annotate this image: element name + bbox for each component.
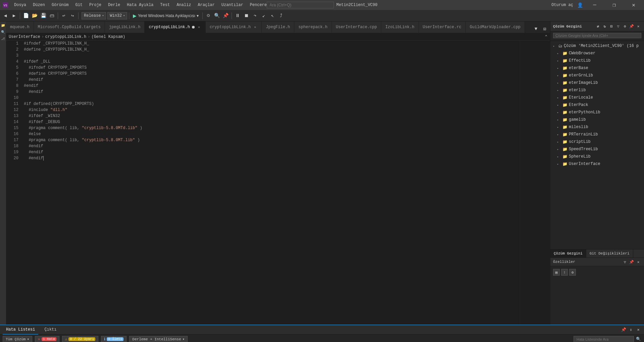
error-search-icon[interactable]: 🔍 [635, 336, 641, 342]
menu-test[interactable]: Test [157, 1, 173, 9]
menu-gorunum[interactable]: Görünüm [48, 1, 72, 9]
forward-button[interactable]: ▶ [10, 12, 18, 20]
maximize-button[interactable]: ❐ [606, 0, 622, 10]
tree-item-spherelib[interactable]: ▸ 📁 SphereLib [550, 153, 644, 160]
tab-cpbuild[interactable]: Microsoft.CppBuild.targets [34, 21, 105, 33]
build-config-dropdown[interactable]: Release ▾ [82, 12, 106, 19]
tab-jpegliblink[interactable]: jpegLibLink.h [105, 21, 145, 33]
prop-categorize[interactable]: ▤ [553, 269, 560, 276]
menu-dosya[interactable]: Dosya [11, 1, 30, 9]
platform-dropdown[interactable]: Win32 ▾ [107, 12, 127, 19]
debug-btn-4[interactable]: ↙ [260, 12, 268, 20]
tree-item-gamelib[interactable]: ▸ 📁 gamelib [550, 116, 644, 123]
tree-item-etertexturelib[interactable]: ▸ 📁 eterImageLib [550, 79, 644, 87]
tree-item-eterpack[interactable]: ▸ 📁 EterPack [550, 101, 644, 109]
tabs-filter-btn[interactable]: ▼ [532, 25, 540, 33]
tree-item-eterbase[interactable]: ▸ 📁 eterBase [550, 64, 644, 72]
se-collapse-btn[interactable]: ⊟ [608, 23, 614, 30]
close-button[interactable]: ✕ [626, 0, 641, 10]
menu-git[interactable]: Git [72, 1, 86, 9]
se-close-btn[interactable]: ✕ [635, 23, 641, 30]
se-tab-explorer[interactable]: Çözüm Gezgini [550, 249, 586, 258]
new-project-button[interactable]: 📄 [22, 12, 30, 20]
breadcrumb-project[interactable]: UserInterface [9, 35, 40, 39]
run-button[interactable]: ▶ Yerel Windows Hata Ayıklayıcısı ▾ [131, 12, 201, 19]
tree-solution-root[interactable]: ▸ 🗂 Çözüm 'Metin2Client_VC90' (16 p [550, 42, 644, 50]
tree-item-userinterface[interactable]: ▸ 📁 UserInterface [550, 160, 644, 168]
tree-item-scriptlib[interactable]: ▸ 📁 scriptLib [550, 138, 644, 146]
tab-cryptoppliblink-active[interactable]: cryptoppLibLink.h ✕ [145, 21, 205, 33]
save-button[interactable]: 💾 [39, 12, 47, 20]
menu-proje[interactable]: Proje [86, 1, 105, 9]
redo-button[interactable]: ↪ [68, 12, 77, 20]
minimize-button[interactable]: — [587, 0, 602, 10]
solution-search-input[interactable] [553, 33, 641, 38]
info-filter-btn[interactable]: ℹ 0 İleti [101, 336, 127, 342]
save-all-button[interactable]: 🗃 [48, 12, 56, 20]
tab-spherepack[interactable]: spherepack.h [294, 21, 332, 33]
title-search-input[interactable] [266, 2, 334, 8]
code-area[interactable]: #ifndef _CRYPTOPPLIBLINK_H_#define _CRYP… [21, 41, 520, 325]
tab-jpegfile[interactable]: JpegFile.h [262, 21, 294, 33]
scope-filter-dropdown[interactable]: Tüm Çözüm ▾ [3, 336, 32, 342]
debug-btn-5[interactable]: ↖ [268, 12, 277, 20]
bottom-move[interactable]: ⇕ [628, 327, 634, 333]
error-filter-btn[interactable]: ✕ 1 Hata [35, 336, 59, 342]
breadcrumb-file[interactable]: cryptoppLibLink.h [45, 35, 86, 39]
tree-item-speedtreelib[interactable]: ▸ 📁 SpeedTreeLib [550, 146, 644, 153]
prop-close[interactable]: ✕ [635, 259, 641, 265]
bottom-pin[interactable]: 📌 [621, 327, 627, 333]
tab-uicpp[interactable]: UserInterface.cpp [332, 21, 381, 33]
tab-izoliblink[interactable]: IzoLibLink.h [381, 21, 418, 33]
se-pin-btn[interactable]: 📌 [629, 23, 635, 30]
tree-item-eterlib[interactable]: ▸ 📁 eterlib [550, 87, 644, 94]
tab-guildmarkuploader[interactable]: GuildMarkUploader.cpp [466, 21, 525, 33]
editor-scrollbar[interactable] [547, 41, 550, 325]
user-label[interactable]: Oturum aç [551, 3, 573, 7]
tree-item-eterlocale[interactable]: ▸ 📁 EterLocale [550, 94, 644, 101]
activity-git[interactable]: ⎇ [0, 36, 6, 42]
tree-item-etergrnlib[interactable]: ▸ 📁 eterGrnLib [550, 72, 644, 79]
warning-filter-btn[interactable]: ⚠ 0 / 22 Uyarı [62, 336, 99, 342]
se-tab-git[interactable]: Git Değişiklikleri [586, 249, 633, 258]
activity-search[interactable]: 🔍 [0, 30, 6, 35]
bottom-tab-errors[interactable]: Hata Listesi [3, 325, 38, 335]
tab-cryptoppliblink2[interactable]: cryptoppLibLink.h ✕ [206, 21, 262, 33]
toolbar-btn-1[interactable]: ⛭ [204, 12, 212, 20]
open-button[interactable]: 📂 [31, 12, 39, 20]
menu-derle[interactable]: Derle [105, 1, 123, 9]
tree-item-mileslib[interactable]: ▸ 📁 mileslib [550, 123, 644, 131]
menu-araclar[interactable]: Araçlar [194, 1, 218, 9]
prop-pin[interactable]: 📌 [629, 259, 635, 265]
toolbar-btn-2[interactable]: 🔍 [213, 12, 221, 20]
back-button[interactable]: ◀ [1, 12, 9, 20]
tree-item-cwebbrowser[interactable]: ▸ 📁 CWebBrowser [550, 50, 644, 57]
error-search-input[interactable] [574, 336, 634, 342]
build-filter-dropdown[interactable]: Derleme + IntelliSense ▾ [129, 336, 188, 342]
se-filter-btn[interactable]: ▽ [615, 23, 621, 30]
tab-uirc[interactable]: UserInterface.rc [419, 21, 466, 33]
bottom-tab-output[interactable]: Çıktı [41, 325, 60, 335]
tabs-layout-btn[interactable]: ⊡ [541, 25, 549, 33]
tab-close2-btn[interactable]: ✕ [253, 25, 257, 30]
tab-close-btn[interactable]: ✕ [197, 25, 201, 30]
debug-btn-6[interactable]: ⤴ [277, 12, 285, 20]
tree-item-prterrainlib[interactable]: ▸ 📁 PRTerrainLib [550, 131, 644, 138]
prop-alphabetic[interactable]: ↕ [561, 269, 568, 276]
prop-btn-1[interactable]: ▽ [622, 259, 628, 265]
collapse-btn[interactable]: ⌃ [545, 34, 547, 39]
prop-settings[interactable]: ⚙ [569, 269, 576, 276]
menu-duzen[interactable]: Düzen [30, 1, 48, 9]
activity-explorer[interactable]: 📁 [0, 23, 6, 28]
toolbar-btn-3[interactable]: 📌 [222, 12, 230, 20]
menu-analiz[interactable]: Analiz [173, 1, 194, 9]
se-sync-btn[interactable]: ⇄ [595, 23, 601, 30]
tree-item-eterpythonlib[interactable]: ▸ 📁 eterPythonLib [550, 109, 644, 116]
se-refresh-btn[interactable]: ↻ [602, 23, 608, 30]
undo-button[interactable]: ↩ [60, 12, 68, 20]
debug-btn-1[interactable]: ⏸ [234, 12, 242, 20]
tab-mqueue[interactable]: mqueue.h [6, 21, 34, 33]
menu-hata-ayikla[interactable]: Hata Ayıkla [123, 1, 157, 9]
menu-uzantilar[interactable]: Uzantılar [218, 1, 247, 9]
bottom-close[interactable]: ✕ [635, 327, 641, 333]
